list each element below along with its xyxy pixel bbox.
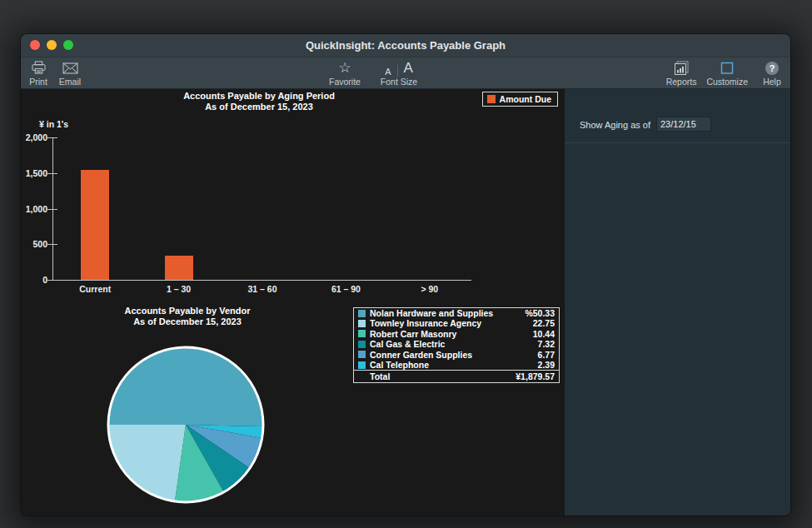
- pie-chart-title-block: Accounts Payable by Vendor As of Decembe…: [21, 306, 354, 327]
- report-chart-icon: [673, 60, 690, 76]
- x-tick-label: 1 – 30: [137, 284, 220, 294]
- title-bar[interactable]: QuickInsight: Accounts Payable Graph: [21, 34, 790, 57]
- legend-vendor-name: Cal Telephone: [370, 360, 534, 370]
- pie-slice: [109, 348, 262, 426]
- legend-vendor-name: Townley Insurance Agency: [370, 318, 529, 328]
- pie-legend-total-row: Total ¥1,879.57: [354, 370, 559, 382]
- legend-row: Conner Garden Supplies6.77: [354, 350, 559, 360]
- printer-icon: [31, 60, 47, 76]
- legend-row: Townley Insurance Agency22.75: [354, 318, 559, 328]
- legend-swatch: [358, 351, 366, 358]
- pie-chart-title: Accounts Payable by Vendor: [21, 306, 354, 316]
- y-axis-label: ¥ in 1's: [39, 119, 68, 129]
- minimize-window-button[interactable]: [47, 40, 57, 50]
- help-icon: ?: [765, 60, 779, 76]
- legend-row: Nolan Hardware and Supplies%50.33: [354, 308, 559, 318]
- bar-chart-title-block: Accounts Payable by Aging Period As of D…: [21, 91, 497, 112]
- bar: [165, 256, 193, 280]
- bar-plot: [53, 137, 471, 280]
- reports-button[interactable]: Reports: [666, 60, 697, 87]
- legend-swatch: [358, 341, 366, 348]
- total-label: Total: [370, 371, 516, 382]
- legend-vendor-name: Robert Carr Masonry: [370, 329, 529, 339]
- close-window-button[interactable]: [30, 40, 40, 50]
- graph-canvas: Accounts Payable by Aging Period As of D…: [21, 89, 564, 516]
- aging-as-of-label: Show Aging as of: [580, 120, 650, 130]
- y-tick-label: 2,000: [21, 132, 47, 142]
- legend-vendor-value: 6.77: [538, 350, 555, 360]
- bar-chart-title: Accounts Payable by Aging Period: [21, 91, 497, 102]
- x-tick-label: Current: [53, 284, 137, 294]
- window-title: QuickInsight: Accounts Payable Graph: [21, 34, 790, 57]
- x-tick-label: 61 – 90: [304, 284, 387, 294]
- font-size-button[interactable]: AA Font Size: [374, 60, 424, 87]
- legend-vendor-name: Cal Gas & Electric: [370, 339, 534, 349]
- bar-chart-subtitle: As of December 15, 2023: [21, 102, 497, 112]
- customize-label: Customize: [706, 77, 748, 87]
- pie-slice: [109, 425, 186, 501]
- legend-vendor-value: 7.32: [538, 339, 555, 349]
- font-size-label: Font Size: [381, 77, 417, 87]
- toolbar: Print Email ☆ Favorite: [21, 57, 790, 89]
- desktop-background: QuickInsight: Accounts Payable Graph: [0, 0, 812, 528]
- bar-legend-label: Amount Due: [500, 94, 551, 104]
- bar: [81, 170, 109, 280]
- app-window: QuickInsight: Accounts Payable Graph: [21, 34, 790, 516]
- legend-vendor-name: Nolan Hardware and Supplies: [370, 308, 521, 318]
- content: Accounts Payable by Aging Period As of D…: [21, 89, 790, 516]
- y-tick-label: 0: [21, 275, 47, 285]
- x-tick-label: > 90: [388, 284, 471, 294]
- pie-legend-rows: Nolan Hardware and Supplies%50.33Townley…: [354, 308, 559, 370]
- y-tick-label: 1,500: [21, 168, 47, 178]
- legend-swatch: [358, 310, 366, 317]
- legend-swatch: [358, 330, 366, 337]
- email-button[interactable]: Email: [56, 60, 84, 87]
- email-icon: [62, 60, 78, 76]
- customize-button[interactable]: Customize: [706, 60, 748, 87]
- pie-chart-subtitle: As of December 15, 2023: [21, 316, 354, 327]
- print-label: Print: [29, 77, 47, 87]
- legend-vendor-value: 22.75: [533, 318, 555, 328]
- favorite-label: Favorite: [329, 77, 361, 87]
- traffic-lights: [30, 40, 73, 50]
- aging-date-input[interactable]: [656, 117, 711, 132]
- bar-chart-legend: Amount Due: [482, 92, 558, 107]
- aging-filter-row: Show Aging as of: [565, 89, 790, 143]
- legend-vendor-value: 2.39: [538, 360, 555, 370]
- legend-swatch: [358, 361, 366, 369]
- pie-legend-table: Nolan Hardware and Supplies%50.33Townley…: [353, 307, 560, 383]
- y-tick-label: 1,000: [21, 204, 47, 214]
- legend-swatch: [358, 320, 366, 327]
- legend-row: Robert Carr Masonry10.44: [354, 329, 559, 339]
- reports-label: Reports: [666, 77, 697, 87]
- legend-vendor-value: 10.44: [533, 329, 555, 339]
- customize-square-icon: [720, 60, 735, 76]
- legend-row: Cal Telephone2.39: [354, 360, 559, 370]
- print-button[interactable]: Print: [24, 60, 52, 87]
- legend-vendor-name: Conner Garden Supplies: [370, 350, 534, 360]
- x-tick-label: 31 – 60: [221, 284, 304, 294]
- y-tick-label: 500: [21, 239, 47, 249]
- bar-x-labels: Current1 – 3031 – 6061 – 90> 90: [53, 284, 471, 294]
- star-icon: ☆: [338, 60, 351, 76]
- help-button[interactable]: ? Help: [758, 60, 786, 87]
- bar-legend-swatch: [487, 95, 496, 103]
- side-panel: Show Aging as of: [564, 89, 790, 516]
- total-value: ¥1,879.57: [516, 371, 555, 382]
- email-label: Email: [59, 77, 81, 87]
- favorite-button[interactable]: ☆ Favorite: [322, 60, 367, 87]
- pie-chart: [102, 341, 269, 508]
- zoom-window-button[interactable]: [63, 40, 73, 50]
- legend-vendor-value: %50.33: [525, 308, 555, 318]
- font-size-icon: AA: [385, 60, 413, 76]
- legend-row: Cal Gas & Electric7.32: [354, 339, 559, 349]
- x-axis-line: [52, 280, 471, 281]
- help-label: Help: [763, 77, 781, 87]
